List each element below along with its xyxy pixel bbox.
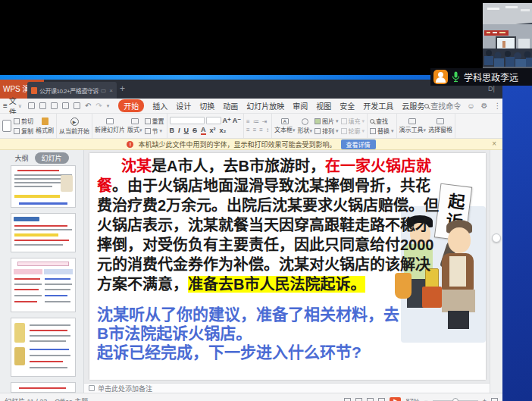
numbering-icon[interactable]: ≔ bbox=[253, 118, 259, 125]
section-button[interactable]: 节▾ bbox=[145, 127, 164, 135]
menu-tab-devtools[interactable]: 开发工具 bbox=[363, 100, 393, 111]
insert-group: A 文本框▾ 形状▾ 图片▾ 排列▾ 填充▾ 轮廓▾ bbox=[272, 114, 368, 138]
paste-icon[interactable] bbox=[2, 120, 11, 132]
selection-pane-icon bbox=[437, 118, 444, 124]
replace-icon bbox=[370, 128, 376, 134]
underline-button[interactable]: U bbox=[184, 127, 189, 134]
shapes-button[interactable]: 形状▾ bbox=[298, 118, 313, 134]
scrollbar-handle[interactable] bbox=[492, 233, 501, 243]
slide-thumbnail[interactable] bbox=[11, 318, 76, 377]
menu-tab-design[interactable]: 设计 bbox=[176, 100, 191, 111]
align-left-icon[interactable]: ≡ bbox=[246, 127, 250, 133]
menu-tab-review[interactable]: 审阅 bbox=[293, 100, 308, 111]
feedback-icon[interactable]: ☺ bbox=[467, 102, 474, 110]
more-dots-icon[interactable]: ⋮ bbox=[493, 102, 501, 110]
print-icon[interactable] bbox=[62, 102, 69, 109]
subscript-button[interactable]: x₂ bbox=[220, 127, 227, 134]
menu-tab-cloud[interactable]: 云服务 bbox=[402, 100, 424, 111]
notes-view-icon[interactable] bbox=[367, 398, 374, 401]
increase-font-button[interactable]: A⁺ bbox=[223, 117, 231, 124]
bold-button[interactable]: B bbox=[170, 127, 175, 134]
slide-thumbnail[interactable] bbox=[11, 213, 76, 252]
zoom-out-icon[interactable]: − bbox=[424, 397, 427, 401]
font-name-select[interactable] bbox=[170, 117, 205, 124]
classroom-video-feed[interactable] bbox=[483, 3, 532, 74]
new-slide-icon bbox=[106, 118, 114, 124]
notes-bar[interactable]: 单击此处添加备注 bbox=[84, 383, 490, 393]
menubar-right: 查找命令 ☺ ⚙ ⋮ ∧ bbox=[424, 100, 502, 111]
new-tab-button[interactable]: + bbox=[120, 84, 125, 93]
italic-button[interactable]: I bbox=[178, 127, 180, 134]
slides-tab[interactable]: 幻灯片 bbox=[35, 152, 69, 164]
find-button[interactable]: 查找 bbox=[370, 117, 394, 125]
outline-tab[interactable]: 大纲 bbox=[14, 153, 28, 163]
superscript-button[interactable]: x² bbox=[210, 127, 216, 134]
indent-icon[interactable]: ⇥ bbox=[262, 118, 268, 125]
new-slide-button[interactable]: 新建幻灯片 bbox=[95, 118, 125, 133]
slideshow-play-button[interactable]: ▶ bbox=[390, 397, 401, 401]
save-icon[interactable] bbox=[51, 102, 58, 109]
menu-tab-view[interactable]: 视图 bbox=[316, 100, 331, 111]
font-color-button[interactable]: A bbox=[201, 126, 206, 135]
picture-button[interactable]: 图片▾ bbox=[315, 117, 339, 125]
play-from-current-button[interactable]: ▶ 从当前开始 bbox=[59, 117, 89, 135]
undo-icon[interactable]: ↶ bbox=[85, 102, 91, 110]
fill-button[interactable]: 填充▾ bbox=[341, 117, 365, 125]
bullets-icon[interactable]: ≡ bbox=[246, 118, 250, 125]
menu-tab-slideshow[interactable]: 幻灯片放映 bbox=[246, 100, 284, 111]
menu-tab-insert[interactable]: 插入 bbox=[152, 100, 167, 111]
replace-button[interactable]: 替换▾ bbox=[370, 127, 394, 135]
quick-access-bar: ↶ ↷ ▾ bbox=[28, 102, 109, 110]
docer-icon[interactable]: D| bbox=[488, 85, 495, 92]
slide-thumbnail[interactable] bbox=[11, 165, 76, 208]
participant-name-bar[interactable]: 学科思政李远 bbox=[430, 68, 532, 86]
menu-tab-home[interactable]: 开始 bbox=[118, 99, 144, 112]
slide-sorter-icon[interactable] bbox=[355, 398, 362, 401]
slide-thumbnail[interactable] bbox=[11, 382, 76, 393]
settings-gear-icon[interactable]: ⚙ bbox=[480, 102, 487, 110]
zoom-in-icon[interactable]: + bbox=[483, 397, 487, 401]
line-spacing-icon[interactable]: ↕ bbox=[266, 127, 269, 133]
present-tools-button[interactable]: 演示工具▾ bbox=[399, 118, 427, 133]
current-slide[interactable]: 沈某是A市人，去B市旅游时，在一家火锅店就餐。由于火锅店地面湿滑导致沈某摔倒骨折… bbox=[89, 153, 486, 380]
align-right-icon[interactable]: ≡ bbox=[259, 127, 263, 133]
menu-tab-animation[interactable]: 动画 bbox=[223, 100, 238, 111]
slide-thumbnail[interactable] bbox=[11, 258, 76, 312]
outline-button[interactable]: 轮廓▾ bbox=[341, 127, 365, 135]
tab-close-icon[interactable]: × bbox=[109, 87, 113, 94]
redo-icon[interactable]: ↷ bbox=[95, 102, 102, 110]
cut-button[interactable]: 剪切 bbox=[14, 117, 33, 125]
hamburger-icon: ≡ bbox=[3, 102, 8, 110]
strikethrough-button[interactable]: S bbox=[192, 127, 197, 134]
section-icon bbox=[145, 128, 151, 134]
normal-view-icon[interactable] bbox=[344, 398, 351, 401]
document-tab[interactable]: 公开课10.2+严格遵守诉讼程序 ▭ × bbox=[27, 82, 117, 99]
find-command[interactable]: 查找命令 bbox=[424, 100, 461, 111]
reading-view-icon[interactable] bbox=[378, 398, 385, 401]
warning-message: 本机缺少此文件中用到的字体，显示和打印效果可能会受到影响。 bbox=[138, 139, 336, 149]
customize-caret-icon[interactable]: ▾ bbox=[107, 103, 110, 109]
decrease-font-button[interactable]: A⁻ bbox=[233, 117, 241, 124]
vertical-scrollbar[interactable] bbox=[490, 150, 502, 393]
menu-tab-security[interactable]: 安全 bbox=[340, 100, 355, 111]
reset-button[interactable]: 重置 bbox=[145, 117, 164, 125]
zoom-knob[interactable] bbox=[452, 398, 458, 401]
format-painter-button[interactable]: 格式刷 bbox=[36, 117, 54, 134]
copy-button[interactable]: 复制 bbox=[14, 127, 33, 135]
fit-screen-icon[interactable] bbox=[491, 398, 498, 401]
warning-close-icon[interactable]: × bbox=[492, 139, 496, 148]
preview-icon[interactable] bbox=[74, 102, 80, 109]
arrange-button[interactable]: 排列▾ bbox=[315, 127, 339, 135]
layout-button[interactable]: 版式▾ bbox=[127, 118, 142, 133]
textbox-button[interactable]: A 文本框▾ bbox=[274, 118, 296, 133]
shapes-icon bbox=[302, 118, 308, 125]
menu-tab-transition[interactable]: 切换 bbox=[199, 100, 214, 111]
selection-pane-button[interactable]: 选择窗格 bbox=[428, 118, 452, 133]
new-file-icon[interactable] bbox=[28, 102, 35, 109]
warning-action-button[interactable]: 查看详情 bbox=[341, 139, 376, 149]
align-center-icon[interactable]: ≡ bbox=[253, 127, 257, 133]
font-size-select[interactable] bbox=[206, 117, 221, 124]
menubar: ≡ 文件 ∨ ↶ ↷ ▾ 开始 插入 设计 切换 动画 幻灯片放映 bbox=[0, 99, 502, 114]
tab-restore-icon[interactable]: ▭ bbox=[101, 87, 107, 94]
open-file-icon[interactable] bbox=[39, 102, 46, 109]
